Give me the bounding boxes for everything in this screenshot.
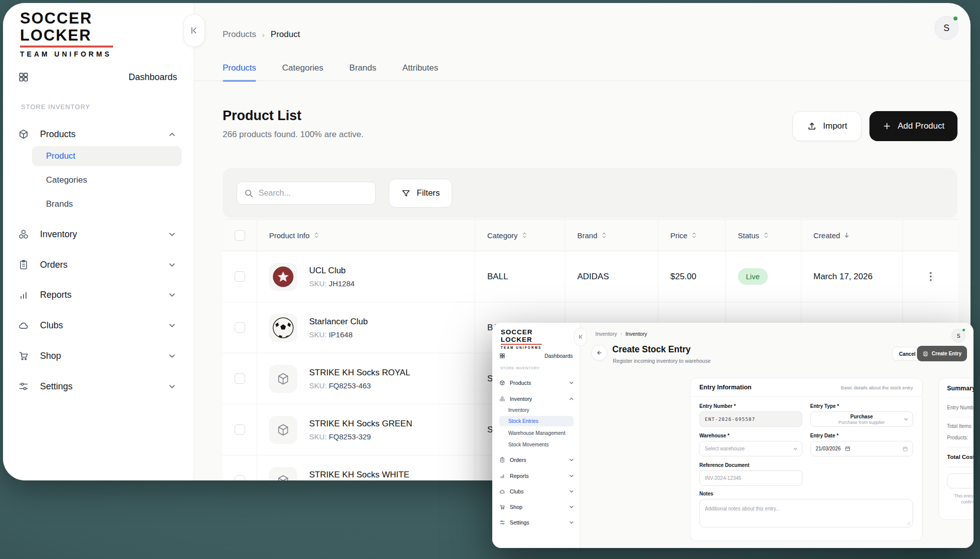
clubs-label: Clubs: [510, 488, 565, 494]
search-box[interactable]: [237, 182, 376, 205]
breadcrumb-products[interactable]: Products: [223, 30, 256, 40]
chevron-up-icon: [169, 132, 176, 137]
settings-label: Settings: [510, 519, 565, 525]
create-entry-button[interactable]: Create Entry: [917, 346, 967, 361]
col-status[interactable]: Status: [725, 220, 801, 251]
overlay-sidebar-item-products[interactable]: Products: [499, 377, 574, 389]
breadcrumb-inventory[interactable]: Inventory: [595, 331, 617, 337]
row-actions-menu[interactable]: [902, 251, 958, 302]
stock-movements-label: Stock Movements: [508, 442, 549, 447]
categories-label: Categories: [46, 175, 87, 185]
clipboard-icon: [499, 457, 505, 463]
sidebar-item-categories[interactable]: Categories: [32, 170, 182, 190]
reference-document-input[interactable]: INV-2024-12345: [699, 470, 802, 486]
logo-line2: LOCKER: [20, 27, 113, 44]
tab-brands[interactable]: Brands: [349, 59, 376, 81]
overlay-sidebar-item-clubs[interactable]: Clubs: [499, 485, 574, 497]
tab-attributes[interactable]: Attributes: [402, 59, 438, 81]
reference-placeholder: INV-2024-12345: [705, 475, 741, 481]
overlay-sidebar-item-warehouse-management[interactable]: Warehouse Management: [499, 428, 574, 438]
overlay-sidebar-item-inventory-sub[interactable]: Inventory: [499, 405, 574, 415]
overlay-sidebar-item-stock-entries[interactable]: Stock Entries: [499, 416, 574, 426]
overlay-sidebar-collapse-button[interactable]: [574, 328, 587, 346]
sidebar-item-shop[interactable]: Shop: [18, 345, 179, 367]
table-row[interactable]: UCL Club SKU: JH1284 BALL ADIDAS $25.00 …: [223, 251, 958, 302]
overlay-content: Inventory › Inventory S Create Stock Ent…: [580, 323, 973, 548]
breadcrumb: Products › Product: [223, 30, 300, 40]
overlay-sidebar-item-reports[interactable]: Reports: [499, 470, 574, 482]
entry-type-select[interactable]: Purchase Purchase from supplier: [810, 411, 913, 427]
cart-icon: [499, 504, 505, 510]
kebab-icon: [929, 272, 932, 281]
select-all-checkbox[interactable]: [235, 230, 245, 241]
online-status-dot: [962, 328, 965, 332]
chevron-down-icon: [569, 521, 574, 524]
sort-icon: [763, 232, 769, 239]
col-product-info[interactable]: Product Info: [257, 220, 475, 251]
row-checkbox[interactable]: [235, 373, 245, 384]
product-name: Starlancer Club: [309, 317, 368, 327]
overlay-sidebar-item-dashboards[interactable]: Dashboards: [499, 351, 573, 361]
notes-textarea[interactable]: Additional notes about this entry...: [699, 499, 913, 527]
add-product-button[interactable]: Add Product: [869, 111, 957, 141]
sidebar-item-products[interactable]: Products: [18, 123, 179, 145]
chevron-down-icon: [569, 474, 574, 477]
sidebar-item-reports[interactable]: Reports: [18, 284, 179, 306]
sidebar-item-settings[interactable]: Settings: [18, 375, 179, 397]
warehouse-select[interactable]: Select warehouse: [699, 441, 802, 456]
col-created[interactable]: Created: [801, 220, 902, 251]
overlay-user-avatar[interactable]: S: [951, 329, 965, 343]
sidebar-item-inventory[interactable]: Inventory: [18, 223, 179, 245]
bar-chart-icon: [18, 289, 29, 300]
sidebar-item-brands[interactable]: Brands: [32, 194, 182, 214]
notes-label: Notes: [699, 491, 913, 496]
entry-date-field[interactable]: 21/03/2026: [810, 441, 913, 456]
search-input[interactable]: [259, 189, 368, 198]
filters-button[interactable]: Filters: [389, 179, 452, 208]
package-icon: [499, 380, 505, 386]
sidebar-item-product[interactable]: Product: [32, 146, 182, 166]
col-brand[interactable]: Brand: [565, 220, 658, 251]
overlay-sidebar-item-shop[interactable]: Shop: [499, 501, 574, 513]
overlay-sidebar-item-orders[interactable]: Orders: [499, 454, 574, 466]
sidebar-item-dashboards[interactable]: Dashboards: [18, 67, 177, 87]
calendar-icon: [845, 446, 850, 451]
cell-category: BALL: [475, 251, 565, 302]
sidebar-collapse-button[interactable]: [183, 14, 205, 47]
back-button[interactable]: [591, 345, 607, 361]
resize-handle[interactable]: [907, 521, 910, 525]
row-checkbox[interactable]: [235, 322, 245, 333]
plus-icon: [882, 122, 891, 131]
overlay-sidebar-item-inventory[interactable]: Inventory: [499, 393, 574, 405]
user-avatar[interactable]: S: [934, 16, 958, 40]
product-name: STRIKE KH Socks GREEN: [309, 419, 412, 429]
overlay-sidebar-item-settings[interactable]: Settings: [499, 516, 574, 528]
overlay-page-title: Create Stock Entry: [612, 344, 691, 355]
row-checkbox[interactable]: [235, 475, 245, 480]
chevron-down-icon: [169, 354, 176, 358]
col-price[interactable]: Price: [658, 220, 725, 251]
tab-categories[interactable]: Categories: [282, 59, 323, 81]
summary-products-label: Products:: [947, 435, 968, 440]
summary-title: Summary: [947, 378, 973, 398]
logo-underline: [20, 46, 113, 48]
col-category[interactable]: Category: [475, 220, 565, 251]
row-checkbox[interactable]: [235, 424, 245, 435]
dashboards-label: Dashboards: [129, 72, 177, 83]
row-checkbox[interactable]: [235, 271, 245, 282]
sidebar-item-orders[interactable]: Orders: [18, 254, 179, 276]
sort-icon: [691, 232, 697, 239]
breadcrumb-inventory-current: Inventory: [625, 331, 647, 337]
breadcrumb-separator: ›: [620, 331, 622, 336]
sidebar-item-clubs[interactable]: Clubs: [18, 314, 179, 336]
chevron-down-icon: [904, 418, 908, 421]
tab-products[interactable]: Products: [223, 59, 256, 81]
create-stock-entry-window: SOCCER LOCKER TEAM UNIFORMS Dashboards S…: [492, 323, 973, 548]
overlay-sidebar-item-stock-movements[interactable]: Stock Movements: [499, 439, 574, 450]
product-thumbnail-box: [269, 467, 297, 481]
import-button[interactable]: Import: [792, 111, 861, 141]
sidebar-section-store-inventory: STORE INVENTORY: [21, 103, 91, 111]
package-icon: [18, 129, 29, 140]
product-sku: SKU: FQ8253-463: [309, 381, 410, 390]
search-icon: [244, 189, 254, 198]
